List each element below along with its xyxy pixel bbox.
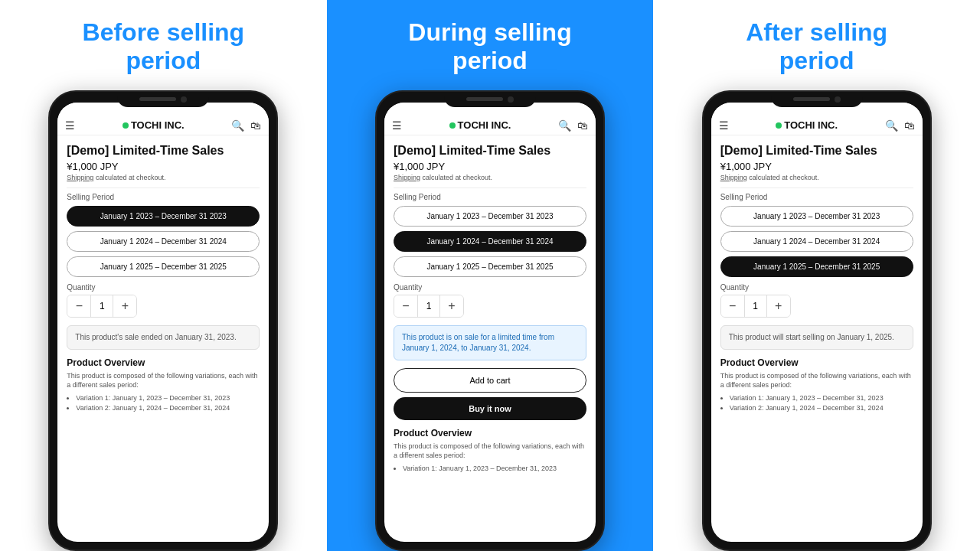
divider-during bbox=[394, 187, 586, 188]
speaker-during bbox=[466, 97, 503, 101]
shipping-link-during[interactable]: Shipping bbox=[394, 174, 420, 181]
logo-text-after: TOCHI INC. bbox=[784, 119, 838, 131]
selling-period-label-after: Selling Period bbox=[720, 193, 913, 201]
qty-plus-after[interactable]: + bbox=[767, 295, 790, 317]
period-btn-after-0[interactable]: January 1 2023 – December 31 2023 bbox=[720, 206, 913, 227]
bar-icons-during: 🔍 🛍 bbox=[558, 119, 588, 132]
product-price-after: ¥1,000 JPY bbox=[720, 161, 913, 172]
shipping-link-after[interactable]: Shipping bbox=[720, 174, 747, 181]
during-title: During sellingperiod bbox=[408, 18, 571, 75]
overview-title-after: Product Overview bbox=[720, 357, 913, 368]
shipping-suffix-after: calculated at checkout. bbox=[749, 174, 819, 181]
logo-dot-before bbox=[122, 122, 129, 129]
period-btn-before-2[interactable]: January 1 2025 – December 31 2025 bbox=[67, 256, 260, 277]
period-btn-after-2[interactable]: January 1 2025 – December 31 2025 bbox=[720, 256, 913, 277]
panel-after: After sellingperiod ☰ TOCHI INC. 🔍 🛍 [De… bbox=[653, 0, 980, 551]
shipping-suffix-during: calculated at checkout. bbox=[423, 174, 493, 181]
qty-label-before: Quantity bbox=[67, 283, 260, 292]
search-icon-before[interactable]: 🔍 bbox=[231, 119, 244, 132]
overview-list-after: Variation 1: January 1, 2023 – December … bbox=[720, 393, 913, 414]
overview-list-during: Variation 1: January 1, 2023 – December … bbox=[394, 464, 586, 474]
overview-item-before-0: Variation 1: January 1, 2023 – December … bbox=[76, 393, 260, 404]
qty-val-before: 1 bbox=[90, 295, 113, 317]
menu-icon-during[interactable]: ☰ bbox=[392, 119, 402, 132]
speaker-before bbox=[139, 97, 176, 101]
cart-icon-before[interactable]: 🛍 bbox=[250, 119, 261, 132]
screen-during: ☰ TOCHI INC. 🔍 🛍 [Demo] Limited-Time Sal… bbox=[384, 103, 596, 542]
panel-during: During sellingperiod ☰ TOCHI INC. 🔍 🛍 [D… bbox=[327, 0, 654, 551]
shipping-after: Shipping calculated at checkout. bbox=[720, 174, 913, 181]
phone-notch-during bbox=[444, 92, 536, 107]
product-price-during: ¥1,000 JPY bbox=[394, 161, 586, 172]
topbar-during: ☰ TOCHI INC. 🔍 🛍 bbox=[384, 103, 596, 135]
camera-after bbox=[835, 96, 841, 103]
phone-notch-before bbox=[117, 92, 209, 107]
period-btn-during-1[interactable]: January 1 2024 – December 31 2024 bbox=[394, 231, 586, 252]
overview-item-after-1: Variation 2: January 1, 2024 – December … bbox=[730, 403, 913, 414]
overview-list-before: Variation 1: January 1, 2023 – December … bbox=[67, 393, 260, 414]
overview-title-during: Product Overview bbox=[394, 428, 586, 439]
content-during: [Demo] Limited-Time Sales ¥1,000 JPY Shi… bbox=[384, 135, 596, 542]
shipping-before: Shipping calculated at checkout. bbox=[67, 174, 260, 181]
overview-item-before-1: Variation 2: January 1, 2024 – December … bbox=[76, 403, 260, 414]
qty-plus-before[interactable]: + bbox=[113, 295, 136, 317]
qty-val-after: 1 bbox=[744, 295, 767, 317]
qty-label-after: Quantity bbox=[720, 283, 913, 292]
menu-icon-before[interactable]: ☰ bbox=[65, 119, 75, 132]
overview-desc-after: This product is composed of the followin… bbox=[720, 371, 913, 390]
qty-row-before: − 1 + bbox=[67, 295, 137, 318]
period-btn-during-0[interactable]: January 1 2023 – December 31 2023 bbox=[394, 206, 586, 227]
search-icon-after[interactable]: 🔍 bbox=[885, 119, 898, 132]
speaker-after bbox=[793, 97, 830, 101]
status-box-during: This product is on sale for a limited ti… bbox=[394, 325, 586, 360]
period-btn-after-1[interactable]: January 1 2024 – December 31 2024 bbox=[720, 231, 913, 252]
add-cart-button-during[interactable]: Add to cart bbox=[394, 368, 586, 393]
product-title-after: [Demo] Limited-Time Sales bbox=[720, 143, 913, 158]
logo-during: TOCHI INC. bbox=[449, 119, 511, 131]
selling-period-label-during: Selling Period bbox=[394, 193, 586, 201]
phone-during: ☰ TOCHI INC. 🔍 🛍 [Demo] Limited-Time Sal… bbox=[375, 90, 605, 551]
qty-minus-during[interactable]: − bbox=[394, 295, 417, 317]
logo-after: TOCHI INC. bbox=[776, 119, 838, 131]
qty-minus-after[interactable]: − bbox=[721, 295, 744, 317]
overview-item-after-0: Variation 1: January 1, 2023 – December … bbox=[730, 393, 913, 404]
period-btn-before-0[interactable]: January 1 2023 – December 31 2023 bbox=[67, 206, 260, 227]
qty-label-during: Quantity bbox=[394, 283, 586, 292]
phone-before: ☰ TOCHI INC. 🔍 🛍 [Demo] Limited-Time Sal… bbox=[48, 90, 278, 551]
before-title: Before sellingperiod bbox=[83, 18, 245, 75]
search-icon-during[interactable]: 🔍 bbox=[558, 119, 571, 132]
shipping-during: Shipping calculated at checkout. bbox=[394, 174, 586, 181]
topbar-before: ☰ TOCHI INC. 🔍 🛍 bbox=[57, 103, 269, 135]
period-btn-before-1[interactable]: January 1 2024 – December 31 2024 bbox=[67, 231, 260, 252]
shipping-suffix-before: calculated at checkout. bbox=[96, 174, 166, 181]
qty-plus-during[interactable]: + bbox=[440, 295, 463, 317]
buy-now-button-during[interactable]: Buy it now bbox=[394, 397, 586, 420]
cart-icon-after[interactable]: 🛍 bbox=[904, 119, 915, 132]
screen-before: ☰ TOCHI INC. 🔍 🛍 [Demo] Limited-Time Sal… bbox=[57, 103, 269, 542]
content-before: [Demo] Limited-Time Sales ¥1,000 JPY Shi… bbox=[57, 135, 269, 542]
logo-text-during: TOCHI INC. bbox=[458, 119, 511, 131]
panel-before: Before sellingperiod ☰ TOCHI INC. 🔍 🛍 [D… bbox=[0, 0, 327, 551]
product-title-during: [Demo] Limited-Time Sales bbox=[394, 143, 586, 158]
cart-icon-during[interactable]: 🛍 bbox=[577, 119, 588, 132]
camera-before bbox=[181, 96, 187, 103]
overview-item-during-0: Variation 1: January 1, 2023 – December … bbox=[403, 464, 586, 474]
content-after: [Demo] Limited-Time Sales ¥1,000 JPY Shi… bbox=[711, 135, 923, 542]
product-title-before: [Demo] Limited-Time Sales bbox=[67, 143, 260, 158]
logo-text-before: TOCHI INC. bbox=[131, 119, 185, 131]
bar-icons-before: 🔍 🛍 bbox=[231, 119, 261, 132]
menu-icon-after[interactable]: ☰ bbox=[719, 119, 729, 132]
selling-period-label-before: Selling Period bbox=[67, 193, 260, 201]
overview-desc-during: This product is composed of the followin… bbox=[394, 442, 586, 461]
shipping-link-before[interactable]: Shipping bbox=[67, 174, 93, 181]
overview-desc-before: This product is composed of the followin… bbox=[67, 371, 260, 390]
period-btn-during-2[interactable]: January 1 2025 – December 31 2025 bbox=[394, 256, 586, 277]
phone-after: ☰ TOCHI INC. 🔍 🛍 [Demo] Limited-Time Sal… bbox=[702, 90, 932, 551]
divider-after bbox=[720, 187, 913, 188]
overview-title-before: Product Overview bbox=[67, 357, 260, 368]
qty-row-after: − 1 + bbox=[720, 295, 791, 318]
qty-minus-before[interactable]: − bbox=[67, 295, 90, 317]
status-box-before: This product's sale ended on January 31,… bbox=[67, 325, 260, 350]
bar-icons-after: 🔍 🛍 bbox=[885, 119, 915, 132]
logo-dot-after bbox=[776, 122, 782, 129]
